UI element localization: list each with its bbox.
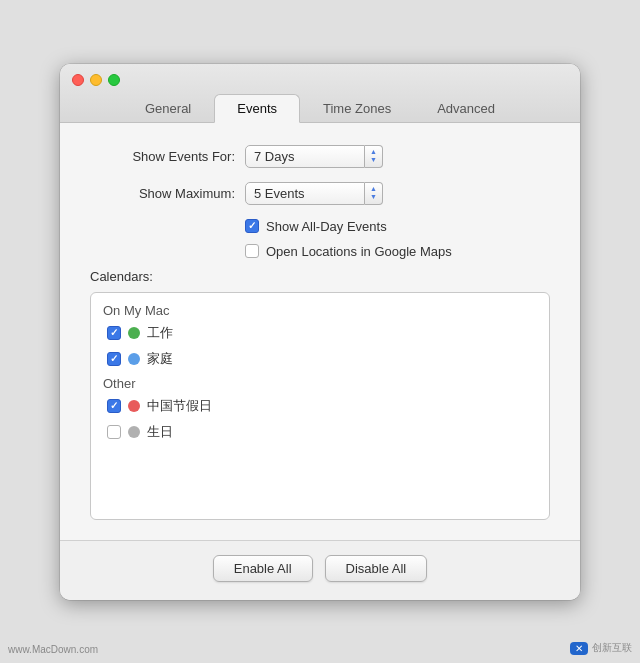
show-allday-label: Show All-Day Events (266, 219, 387, 234)
tab-events[interactable]: Events (214, 94, 300, 123)
traffic-lights (72, 74, 120, 86)
open-locations-label: Open Locations in Google Maps (266, 244, 452, 259)
show-events-stepper[interactable]: ▲ ▼ (365, 145, 383, 168)
watermark-left: www.MacDown.com (8, 644, 98, 655)
group-other: Other (103, 376, 537, 391)
tab-advanced[interactable]: Advanced (414, 94, 518, 123)
calendar-item-home[interactable]: 家庭 (103, 350, 537, 368)
show-allday-checkbox[interactable] (245, 219, 259, 233)
preferences-window: General Events Time Zones Advanced Show … (60, 64, 580, 600)
enable-all-button[interactable]: Enable All (213, 555, 313, 582)
minimize-button[interactable] (90, 74, 102, 86)
tab-general[interactable]: General (122, 94, 214, 123)
calendar-work-checkbox[interactable] (107, 326, 121, 340)
calendar-birthday-checkbox[interactable] (107, 425, 121, 439)
show-allday-row[interactable]: Show All-Day Events (90, 219, 550, 234)
open-locations-checkbox[interactable] (245, 244, 259, 258)
calendars-box: On My Mac 工作 家庭 Other (90, 292, 550, 520)
show-maximum-label: Show Maximum: (90, 186, 235, 201)
group-on-my-mac: On My Mac (103, 303, 537, 318)
show-events-for-select[interactable]: 7 Days (245, 145, 365, 168)
close-button[interactable] (72, 74, 84, 86)
calendar-home-dot (128, 353, 140, 365)
calendar-cn-holidays-dot (128, 400, 140, 412)
show-maximum-stepper[interactable]: ▲ ▼ (365, 182, 383, 205)
show-maximum-select[interactable]: 5 Events (245, 182, 365, 205)
show-events-for-control: 7 Days ▲ ▼ (245, 145, 383, 168)
footer: Enable All Disable All (60, 540, 580, 600)
calendars-section: Calendars: On My Mac 工作 家庭 (90, 269, 550, 520)
titlebar: General Events Time Zones Advanced (60, 64, 580, 123)
content-area: Show Events For: 7 Days ▲ ▼ Show Maximum… (60, 123, 580, 540)
calendars-label: Calendars: (90, 269, 550, 284)
show-maximum-control: 5 Events ▲ ▼ (245, 182, 383, 205)
stepper-down-icon: ▼ (370, 156, 377, 164)
show-maximum-row: Show Maximum: 5 Events ▲ ▼ (90, 182, 550, 205)
calendar-work-name: 工作 (147, 324, 173, 342)
open-locations-row[interactable]: Open Locations in Google Maps (90, 244, 550, 259)
calendar-cn-holidays-checkbox[interactable] (107, 399, 121, 413)
stepper-up-icon: ▲ (370, 148, 377, 156)
watermark-right: ✕ 创新互联 (570, 641, 632, 655)
calendar-item-work[interactable]: 工作 (103, 324, 537, 342)
show-events-for-row: Show Events For: 7 Days ▲ ▼ (90, 145, 550, 168)
maximize-button[interactable] (108, 74, 120, 86)
calendar-cn-holidays-name: 中国节假日 (147, 397, 212, 415)
tab-bar: General Events Time Zones Advanced (122, 94, 518, 123)
stepper-up-icon: ▲ (370, 185, 377, 193)
calendar-birthday-name: 生日 (147, 423, 173, 441)
calendar-home-checkbox[interactable] (107, 352, 121, 366)
calendar-work-dot (128, 327, 140, 339)
show-events-for-label: Show Events For: (90, 149, 235, 164)
calendar-item-cn-holidays[interactable]: 中国节假日 (103, 397, 537, 415)
stepper-down-icon: ▼ (370, 193, 377, 201)
disable-all-button[interactable]: Disable All (325, 555, 428, 582)
tab-timezones[interactable]: Time Zones (300, 94, 414, 123)
calendar-home-name: 家庭 (147, 350, 173, 368)
calendar-item-birthday[interactable]: 生日 (103, 423, 537, 441)
calendar-birthday-dot (128, 426, 140, 438)
